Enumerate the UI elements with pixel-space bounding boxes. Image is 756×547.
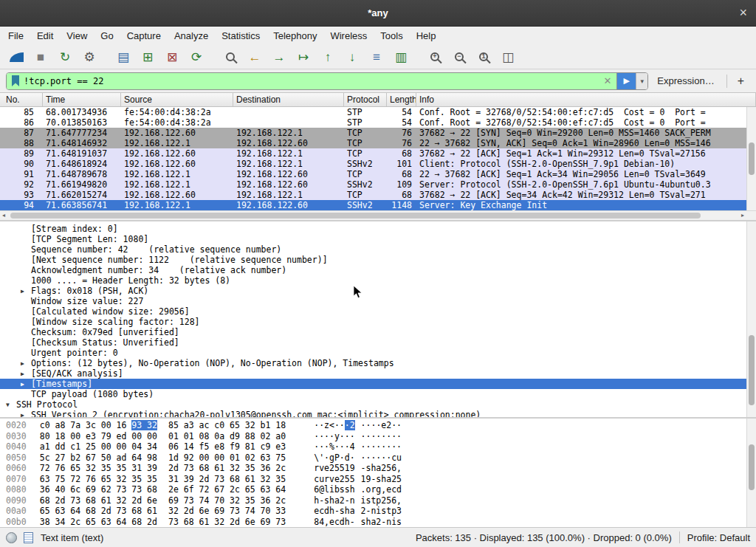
hex-bytes-group2[interactable]: 32 2d 6e 69 73 74 70 33 — [168, 506, 286, 517]
hex-bytes-group2[interactable]: 01 01 08 0a d9 88 02 a0 — [168, 431, 286, 442]
menu-item-analyze[interactable]: Analyze — [168, 28, 215, 44]
menu-item-capture[interactable]: Capture — [120, 28, 168, 44]
packet-row-88[interactable]: 8871.648146932192.168.122.1192.168.122.6… — [0, 138, 756, 148]
hex-bytes-group2[interactable]: 85 a3 ac c0 65 32 b1 18 — [168, 420, 286, 431]
open-capture-button[interactable]: ▤ — [113, 47, 134, 66]
packet-row-90[interactable]: 9071.648618924192.168.122.60192.168.122.… — [0, 159, 756, 169]
packet-row-89[interactable]: 8971.648191037192.168.122.60192.168.122.… — [0, 148, 756, 159]
detail-line[interactable]: [Next sequence number: 1122 (relative se… — [0, 255, 756, 265]
column-header-protocol[interactable]: Protocol — [344, 93, 387, 106]
ascii-group2[interactable]: ······cu — [361, 453, 402, 464]
hex-bytes-group2[interactable]: 31 39 2d 73 68 61 32 35 — [168, 474, 286, 485]
hex-bytes-group1[interactable]: 5c 27 b2 67 50 ad 64 98 — [40, 453, 157, 464]
hex-bytes-group2[interactable]: 1d 92 00 00 01 02 63 75 — [168, 453, 286, 464]
detail-line[interactable]: Sequence number: 42 (relative sequence n… — [0, 244, 756, 255]
hex-bytes-group1[interactable]: 65 63 64 68 2d 73 68 61 — [40, 506, 157, 517]
menu-item-tools[interactable]: Tools — [374, 28, 409, 44]
packet-row-92[interactable]: 9271.661949820192.168.122.1192.168.122.6… — [0, 179, 756, 190]
hex-row-00b0[interactable]: 00b038 34 2c 65 63 64 68 2d73 68 61 32 2… — [0, 517, 756, 528]
details-vscrollbar[interactable] — [746, 221, 756, 417]
hex-row-0030[interactable]: 003080 18 00 e3 79 ed 00 0001 01 08 0a d… — [0, 431, 756, 442]
detail-line[interactable]: Window size value: 227 — [0, 296, 756, 306]
ascii-group1[interactable]: ··z<···2 — [314, 420, 354, 431]
go-to-packet-button[interactable]: ↦ — [293, 47, 314, 66]
go-forward-button[interactable]: → — [269, 47, 289, 66]
hex-vscroll-thumb[interactable] — [749, 444, 755, 490]
menu-item-edit[interactable]: Edit — [30, 28, 60, 44]
hex-bytes-group1[interactable]: a1 dd c1 25 00 00 04 34 — [40, 441, 157, 453]
hex-bytes-group2[interactable]: 69 73 74 70 32 35 36 2c — [168, 495, 286, 506]
ascii-group1[interactable]: 6@libssh — [314, 484, 354, 495]
hex-bytes-group1[interactable]: 38 34 2c 65 63 64 68 2d — [40, 517, 157, 528]
zoom-in-button[interactable]: + — [425, 47, 445, 66]
expand-icon[interactable]: ▶ — [19, 410, 31, 417]
ascii-group1[interactable]: \'·gP·d· — [314, 453, 354, 464]
expand-icon[interactable]: ▶ — [19, 368, 31, 379]
ascii-group1[interactable]: h-sha2-n — [314, 495, 354, 506]
hex-row-0050[interactable]: 00505c 27 b2 67 50 ad 64 981d 92 00 00 0… — [0, 453, 756, 464]
ascii-group1[interactable]: 84,ecdh- — [314, 517, 354, 528]
detail-line[interactable]: ▼SSH Protocol — [0, 399, 756, 410]
save-capture-button[interactable]: ⊞ — [137, 47, 158, 66]
column-header-info[interactable]: Info — [416, 93, 756, 106]
menu-item-statistics[interactable]: Statistics — [215, 28, 267, 44]
display-filter-field[interactable]: ✕ — [7, 73, 616, 89]
hex-bytes-group2[interactable]: 73 68 61 32 2d 6e 69 73 — [168, 517, 286, 528]
hscroll-left-icon[interactable]: ◂ — [2, 212, 5, 219]
filter-dropdown-icon[interactable]: ▾ — [636, 73, 647, 89]
zoom-out-button[interactable]: − — [449, 47, 470, 66]
hex-bytes-group1[interactable]: 72 76 65 32 35 35 31 39 — [40, 463, 157, 474]
packet-row-94[interactable]: 9471.663856741192.168.122.1192.168.122.6… — [0, 200, 756, 210]
details-vscroll-thumb[interactable] — [749, 335, 755, 405]
hex-bytes-group1[interactable]: c0 a8 7a 3c 00 16 93 32 — [40, 420, 157, 431]
ascii-group1[interactable]: ···%···4 — [314, 441, 354, 453]
filter-apply-icon[interactable]: ▶ — [616, 73, 636, 89]
menu-item-wireless[interactable]: Wireless — [323, 28, 374, 44]
packet-list-hscrollbar[interactable]: ◂ ▸ — [0, 210, 756, 220]
colorize-button[interactable]: ▥ — [391, 47, 411, 66]
capture-comment-icon[interactable] — [24, 532, 33, 543]
detail-line[interactable]: ▶Options: (12 bytes), No-Operation (NOP)… — [0, 358, 756, 368]
packet-list-hscroll-thumb[interactable] — [10, 213, 701, 219]
detail-line[interactable]: [Checksum Status: Unverified] — [0, 337, 756, 348]
hex-row-0080[interactable]: 008036 40 6c 69 62 73 73 682e 6f 72 67 2… — [0, 484, 756, 495]
ascii-group1[interactable]: ecdh-sha — [314, 506, 354, 517]
hex-row-0060[interactable]: 006072 76 65 32 35 35 31 392d 73 68 61 3… — [0, 463, 756, 474]
go-last-packet-button[interactable]: ↓ — [342, 47, 362, 66]
column-header-source[interactable]: Source — [121, 93, 233, 106]
detail-line[interactable]: [Calculated window size: 29056] — [0, 306, 756, 317]
expand-icon[interactable]: ▶ — [19, 286, 31, 296]
ascii-group2[interactable]: istp256, — [361, 495, 402, 506]
menu-item-view[interactable]: View — [60, 28, 94, 44]
hex-row-0070[interactable]: 007063 75 72 76 65 32 35 3531 39 2d 73 6… — [0, 474, 756, 485]
detail-line[interactable]: TCP payload (1080 bytes) — [0, 389, 756, 399]
expand-icon[interactable]: ▶ — [19, 379, 31, 389]
close-window-icon[interactable]: × — [739, 5, 747, 20]
title-bar[interactable]: *any × — [0, 0, 756, 27]
menu-item-telephony[interactable]: Telephony — [267, 28, 323, 44]
resize-columns-button[interactable]: ◫ — [498, 47, 518, 66]
ascii-group1[interactable]: ····y··· — [314, 431, 354, 442]
ascii-group2[interactable]: 2-nistp3 — [361, 506, 402, 517]
capture-start-button[interactable] — [6, 47, 27, 66]
hex-row-0020[interactable]: 0020c0 a8 7a 3c 00 16 93 3285 a3 ac c0 6… — [0, 420, 756, 431]
detail-line[interactable]: ▶[SEQ/ACK analysis] — [0, 368, 756, 379]
add-filter-button[interactable]: + — [732, 75, 750, 88]
close-capture-button[interactable]: ⊠ — [162, 47, 182, 66]
status-profile[interactable]: Profile: Default — [687, 532, 750, 543]
menu-item-help[interactable]: Help — [410, 28, 443, 44]
column-header-no[interactable]: No. — [0, 93, 43, 106]
expand-icon[interactable]: ▶ — [19, 358, 31, 368]
filter-bookmark-icon[interactable] — [12, 75, 19, 86]
hex-bytes-group1[interactable]: 36 40 6c 69 62 73 73 68 — [40, 484, 157, 495]
detail-line[interactable]: ▶Flags: 0x018 (PSH, ACK) — [0, 286, 756, 296]
ascii-group2[interactable]: 19-sha25 — [361, 474, 402, 485]
packet-row-91[interactable]: 9171.648789678192.168.122.1192.168.122.6… — [0, 169, 756, 179]
detail-line[interactable]: Urgent pointer: 0 — [0, 348, 756, 358]
detail-line[interactable]: Checksum: 0x79ed [unverified] — [0, 327, 756, 337]
collapse-icon[interactable]: ▼ — [4, 399, 16, 410]
capture-stop-button[interactable]: ■ — [30, 47, 51, 66]
detail-line[interactable]: 1000 .... = Header Length: 32 bytes (8) — [0, 275, 756, 286]
detail-line[interactable]: ▶SSH Version 2 (encryption:chacha20-poly… — [0, 410, 756, 417]
capture-restart-button[interactable]: ↻ — [55, 47, 75, 66]
